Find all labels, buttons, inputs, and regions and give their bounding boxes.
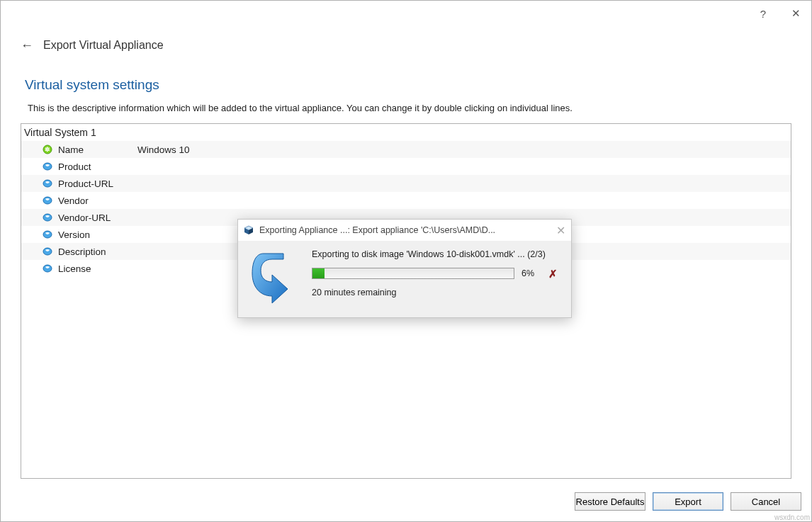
cancel-export-icon[interactable]: ✗ [548,268,560,279]
section-title: Virtual system settings [25,77,791,93]
product-url-icon [41,177,54,190]
row-label: Product-URL [58,178,137,189]
titlebar: ? ✕ [1,1,811,26]
row-label: Vendor [58,195,137,206]
progress-dialog: Exporting Appliance ...: Export applianc… [237,219,572,318]
svg-text:✽: ✽ [45,146,50,153]
tree-row-product-url[interactable]: Product-URL [21,175,791,192]
row-label: Name [58,144,137,155]
tree-row-vendor[interactable]: Vendor [21,192,791,209]
tree-row-name[interactable]: ✽ Name Windows 10 [21,141,791,158]
back-icon[interactable]: ← [21,38,33,53]
dialog-body: Exporting to disk image 'Windows 10-disk… [238,241,571,317]
row-label: Product [58,161,137,172]
tree-root-label: Virtual System 1 [24,127,96,138]
time-remaining: 20 minutes remaining [312,288,560,297]
progress-fill [312,268,325,278]
license-icon [41,262,54,275]
restore-defaults-button[interactable]: Restore Defaults [575,492,645,511]
row-value: Windows 10 [137,144,190,155]
header-row: ← Export Virtual Appliance [21,33,791,57]
footer: Restore Defaults Export Cancel [1,487,811,521]
dialog-titlebar: Exporting Appliance ...: Export applianc… [238,220,571,241]
progress-status: Exporting to disk image 'Windows 10-disk… [312,249,560,259]
tree-row-product[interactable]: Product [21,158,791,175]
close-icon[interactable]: ✕ [790,8,801,19]
progress-percent: 6% [521,268,541,278]
row-label: License [58,263,137,274]
row-label: Version [58,229,137,240]
cancel-button[interactable]: Cancel [731,492,801,511]
description-text: This is the descriptive information whic… [28,103,791,113]
watermark: wsxdn.com [774,514,810,521]
vbox-icon [244,225,254,235]
dialog-close-icon[interactable]: ✕ [556,224,565,237]
dialog-title: Exporting Appliance ...: Export applianc… [259,225,495,235]
page-title: Export Virtual Appliance [43,39,164,52]
dialog-right: Exporting to disk image 'Windows 10-disk… [312,249,560,305]
progress-row: 6% ✗ [312,268,560,279]
description-icon [41,245,54,258]
export-arrow-icon [249,249,300,305]
vendor-icon [41,194,54,207]
export-button[interactable]: Export [653,492,723,511]
version-icon [41,228,54,241]
help-icon[interactable]: ? [757,8,769,19]
export-wizard-window: ? ✕ ← Export Virtual Appliance Virtual s… [0,0,812,522]
product-icon [41,160,54,173]
name-icon: ✽ [41,143,54,156]
row-label: Description [58,246,137,257]
row-label: Vendor-URL [58,212,137,223]
tree-root[interactable]: Virtual System 1 [21,124,791,141]
vendor-url-icon [41,211,54,224]
progress-bar [312,268,514,279]
